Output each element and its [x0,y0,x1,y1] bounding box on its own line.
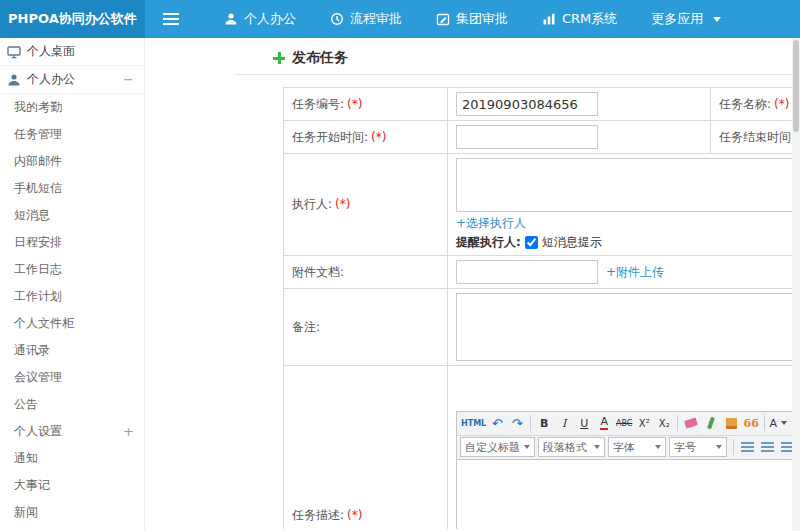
blockquote-button[interactable]: 66 [741,413,761,433]
required-mark: (*) [347,508,362,522]
toolbar-separator [677,415,678,431]
attachment-upload-link[interactable]: +附件上传 [606,264,664,281]
collapse-icon[interactable]: − [123,72,134,87]
nav-label: 集团审批 [456,10,508,28]
italic-button[interactable]: I [554,413,574,433]
executor-textarea[interactable] [456,158,796,212]
required-mark: (*) [774,97,789,111]
select-label: 字号 [674,440,696,455]
process-approval-icon [330,12,344,26]
caret-down-icon [594,445,600,449]
font-color-button[interactable]: A [600,416,608,430]
table-row: 执行人:(*) +选择执行人 提醒执行人: 短消息提示 [284,154,800,256]
editor-toolbar-row1: HTML ↶ ↷ B I U A ABC X² X₂ [457,412,800,436]
page-title-bar: 发布任务 [235,42,800,75]
remove-format-button[interactable] [681,413,701,433]
underline-button[interactable]: U [574,413,594,433]
sidebar-item-internal-mail[interactable]: 内部邮件 [0,148,144,175]
nav-label: 流程审批 [350,10,402,28]
format-brush-button[interactable] [701,413,721,433]
nav-label: 更多应用 [651,10,703,28]
top-nav: 个人办公 流程审批 集团审批 CRM系统 更多应用 [207,0,738,38]
sidebar-item-news[interactable]: 新闻 [0,499,144,526]
font-size-select[interactable]: 字号 [669,437,727,457]
remind-executor-label: 提醒执行人: [456,234,521,251]
custom-heading-select[interactable]: 自定义标题 [460,437,535,457]
bold-button[interactable]: B [534,413,554,433]
brush-icon [707,417,715,430]
sidebar-item-label: 新闻 [14,504,38,521]
sidebar-item-label: 手机短信 [14,180,62,197]
table-row: 任务开始时间:(*) 任务结束时间:(*) [284,121,800,154]
menu-toggle-button[interactable] [145,0,197,38]
sidebar-item-personal-office[interactable]: 个人办公 − [0,66,144,94]
nav-process-approval[interactable]: 流程审批 [313,0,419,38]
sidebar-item-short-message[interactable]: 短消息 [0,202,144,229]
sidebar-item-task-management[interactable]: 任务管理 [0,121,144,148]
subscript-button[interactable]: X₂ [654,413,674,433]
choose-executor-link[interactable]: +选择执行人 [456,216,526,230]
sidebar-item-desktop[interactable]: 个人桌面 [0,38,144,66]
undo-icon[interactable]: ↶ [487,413,507,433]
executor-label: 执行人: [292,197,332,211]
vertical-scrollbar[interactable] [792,38,800,531]
sidebar-item-notification[interactable]: 通知 [0,445,144,472]
user-icon [224,12,238,26]
main-content: 发布任务 任务编号:(*) 任务名称:(*) 任务开始时间:(*) 任务结束时间… [145,38,800,531]
editor-content-area[interactable] [457,460,800,530]
sidebar-item-work-log[interactable]: 工作日志 [0,256,144,283]
table-row: 备注: [284,289,800,366]
start-time-label: 任务开始时间: [292,130,368,144]
text-color-picker-button[interactable]: A [768,413,788,433]
nav-personal-office[interactable]: 个人办公 [207,0,313,38]
sidebar-item-label: 大事记 [14,477,50,494]
sidebar-item-schedule[interactable]: 日程安排 [0,229,144,256]
sidebar-item-attendance[interactable]: 我的考勤 [0,94,144,121]
sidebar-item-meeting-management[interactable]: 会议管理 [0,364,144,391]
sms-tip-checkbox[interactable] [525,236,538,249]
attachment-label: 附件文档: [292,265,344,279]
sidebar-item-memorabilia[interactable]: 大事记 [0,472,144,499]
scrollbar-thumb[interactable] [793,40,799,132]
superscript-button[interactable]: X² [634,413,654,433]
task-no-input[interactable] [456,92,598,116]
sidebar-item-label: 日程安排 [14,234,62,251]
sidebar-item-announcement[interactable]: 公告 [0,391,144,418]
sidebar-item-label: 通讯录 [14,342,50,359]
sidebar-item-mobile-sms[interactable]: 手机短信 [0,175,144,202]
hamburger-icon [163,13,179,25]
required-mark: (*) [347,97,362,111]
sidebar-item-personal-settings[interactable]: 个人设置 + [0,418,144,445]
caret-down-icon [781,421,787,425]
sidebar-item-partial[interactable] [0,526,144,531]
sidebar-item-work-plan[interactable]: 工作计划 [0,283,144,310]
attachment-input[interactable] [456,260,598,284]
sidebar-item-label: 个人桌面 [27,43,75,60]
start-time-input[interactable] [456,125,598,149]
redo-icon[interactable]: ↷ [507,413,527,433]
remark-textarea[interactable] [456,293,796,361]
sidebar-item-label: 公告 [14,396,38,413]
paragraph-format-select[interactable]: 段落格式 [538,437,605,457]
expand-icon[interactable]: + [123,424,134,439]
align-left-button[interactable] [737,437,757,457]
sidebar-item-file-cabinet[interactable]: 个人文件柜 [0,310,144,337]
nav-more-apps[interactable]: 更多应用 [634,0,738,38]
sidebar-item-label: 短消息 [14,207,50,224]
task-name-label: 任务名称: [719,97,771,111]
nav-group-approval[interactable]: 集团审批 [419,0,525,38]
fill-color-button[interactable] [721,413,741,433]
table-row: 任务编号:(*) 任务名称:(*) [284,88,800,121]
app-logo: PHPOA协同办公软件 [0,0,145,38]
font-family-select[interactable]: 字体 [608,437,666,457]
sidebar-item-label: 工作日志 [14,261,62,278]
sidebar-item-contacts[interactable]: 通讯录 [0,337,144,364]
eraser-icon [684,417,698,428]
nav-crm[interactable]: CRM系统 [525,0,634,38]
sidebar-item-label: 个人文件柜 [14,315,74,332]
sidebar-item-label: 我的考勤 [14,99,62,116]
topbar: PHPOA协同办公软件 个人办公 流程审批 集团审批 CRM系统 更多应用 [0,0,800,38]
strikethrough-button[interactable]: ABC [614,413,634,433]
align-center-button[interactable] [757,437,777,457]
html-source-button[interactable]: HTML [460,413,487,433]
